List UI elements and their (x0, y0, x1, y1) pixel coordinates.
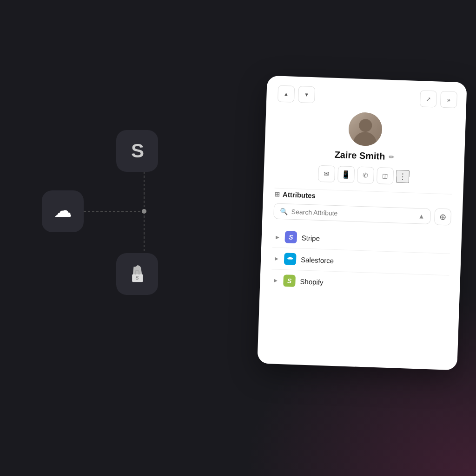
search-icon: 🔍 (279, 208, 288, 215)
attributes-section: ⊞ Attributes 🔍 ▲ ⊕ ▶ (269, 190, 452, 359)
stripe-name: Stripe (302, 234, 320, 242)
salesforce-icon[interactable]: ☁ (42, 190, 84, 232)
avatar-image (348, 112, 383, 146)
profile-name-text: Zaire Smith (334, 150, 385, 162)
shopify-name: Shopify (300, 277, 324, 286)
profile-name-row: Zaire Smith ✏ (334, 150, 395, 162)
card-top-actions: ⤢ » (420, 90, 457, 108)
more-icon: ⋮ (398, 171, 408, 182)
profile-section: Zaire Smith ✏ ✉ 📱 ✆ ◫ ⋮ (275, 109, 455, 186)
expand-button[interactable]: ⤢ (420, 90, 437, 107)
chevron-up-icon: ▲ (284, 91, 289, 96)
salesforce-chevron-icon: ▶ (275, 256, 278, 261)
note-icon: ◫ (382, 172, 388, 179)
integrations-list: ▶ S Stripe ▶ Salesforce (271, 226, 451, 297)
search-row: 🔍 ▲ ⊕ (273, 202, 451, 225)
chevron-down-icon: ▼ (304, 92, 309, 97)
mobile-button[interactable]: 📱 (337, 166, 355, 183)
salesforce-cloud-icon (286, 255, 294, 263)
shopify-badge-text: S (287, 277, 292, 284)
more-options-button[interactable]: ⋮ (396, 170, 410, 183)
attributes-icon: ⊞ (274, 190, 280, 198)
profile-card: ▲ ▼ ⤢ » Zaire Smith ✏ (257, 76, 467, 371)
phone-icon: ✆ (363, 171, 369, 179)
action-icons-row: ✉ 📱 ✆ ◫ ⋮ (318, 165, 410, 185)
shopify-chevron-icon: ▶ (274, 278, 278, 283)
shopify-bag-icon: S (126, 263, 148, 285)
stripe-chevron-icon: ▶ (276, 234, 279, 239)
phone-button[interactable]: ✆ (357, 167, 374, 184)
email-button[interactable]: ✉ (318, 165, 335, 183)
collapse-icon[interactable]: ▲ (418, 212, 424, 220)
squarespace-icon[interactable]: S (116, 130, 158, 172)
forward-icon: » (447, 96, 451, 103)
note-button[interactable]: ◫ (377, 167, 394, 184)
attributes-header: ⊞ Attributes (274, 190, 452, 204)
attributes-title: Attributes (283, 190, 316, 199)
mobile-icon: 📱 (341, 170, 351, 179)
nav-down-button[interactable]: ▼ (298, 86, 315, 103)
expand-icon: ⤢ (426, 95, 431, 102)
svg-text:S: S (135, 275, 139, 280)
email-icon: ✉ (324, 170, 330, 177)
nav-up-button[interactable]: ▲ (278, 85, 295, 103)
add-attribute-button[interactable]: ⊕ (434, 208, 451, 225)
shopify-badge: S (283, 274, 296, 287)
search-input[interactable] (291, 208, 415, 220)
edit-icon[interactable]: ✏ (389, 153, 395, 160)
salesforce-badge (284, 253, 297, 265)
stripe-badge-text: S (289, 234, 293, 241)
forward-button[interactable]: » (440, 91, 457, 108)
salesforce-name: Salesforce (301, 255, 334, 264)
shopify-icon[interactable]: S (116, 253, 158, 295)
search-box[interactable]: 🔍 ▲ (273, 203, 431, 224)
svg-point-5 (142, 209, 146, 214)
stripe-badge: S (284, 231, 297, 243)
avatar (348, 112, 383, 146)
integrations-area: ☁ S S (28, 130, 205, 316)
add-icon: ⊕ (439, 212, 447, 222)
